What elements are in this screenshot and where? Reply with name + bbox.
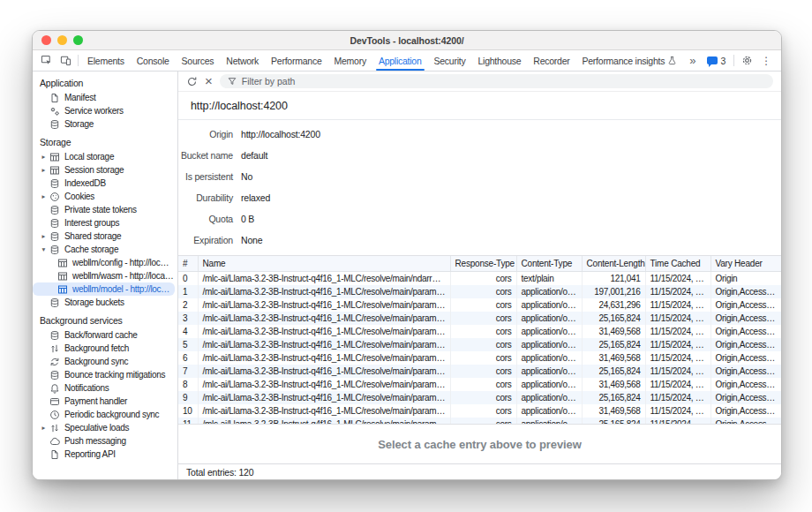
- sidebar-item-payment-handler[interactable]: Payment handler: [33, 395, 177, 408]
- cache-entry-row[interactable]: 5/mlc-ai/Llama-3.2-3B-Instruct-q4f16_1-M…: [178, 338, 781, 351]
- sidebar-item-interest-groups[interactable]: Interest groups: [33, 216, 177, 230]
- tab-console[interactable]: Console: [131, 50, 176, 71]
- cache-entry-row[interactable]: 7/mlc-ai/Llama-3.2-3B-Instruct-q4f16_1-M…: [178, 365, 781, 378]
- column-header-name[interactable]: Name: [198, 256, 450, 272]
- menu-button[interactable]: ⋮: [756, 53, 776, 69]
- sidebar-item-background-sync[interactable]: Background sync: [33, 355, 177, 368]
- chevron-down-icon[interactable]: ▾: [40, 245, 48, 253]
- metadata-label: Durability: [178, 192, 233, 203]
- cell-: 8: [178, 378, 198, 391]
- metadata-label: Origin: [178, 129, 233, 139]
- tab-network[interactable]: Network: [220, 50, 265, 71]
- column-header-response-type[interactable]: Response-Type: [450, 256, 516, 272]
- zoom-window-button[interactable]: [73, 35, 83, 45]
- delete-selected-button[interactable]: ×: [205, 77, 213, 86]
- console-message-count: 3: [720, 56, 726, 66]
- cache-entry-row[interactable]: 3/mlc-ai/Llama-3.2-3B-Instruct-q4f16_1-M…: [178, 312, 781, 325]
- tab-security[interactable]: Security: [428, 50, 472, 71]
- sidebar-item-bounce-tracking-mitigations[interactable]: Bounce tracking mitigations: [33, 368, 177, 381]
- tab-lighthouse[interactable]: Lighthouse: [471, 50, 527, 71]
- metadata-value: No: [241, 171, 252, 182]
- console-message-icon: [707, 56, 718, 64]
- minimize-window-button[interactable]: [57, 35, 67, 45]
- sidebar-item-speculative-loads[interactable]: ▸Speculative loads: [33, 421, 177, 434]
- sidebar-item-shared-storage[interactable]: ▸Shared storage: [33, 230, 177, 243]
- sidebar-item-webllm-model[interactable]: webllm/model - http://loc…: [33, 282, 175, 296]
- metadata-label: Bucket name: [178, 150, 233, 161]
- chevron-right-icon[interactable]: ▸: [40, 192, 48, 200]
- device-toolbar-button[interactable]: [56, 53, 75, 69]
- refresh-button[interactable]: [186, 76, 198, 87]
- cell-content-length: 25,165,824: [582, 365, 645, 378]
- column-header-content-type[interactable]: Content-Type: [516, 256, 582, 272]
- metadata-row-durability: Durabilityrelaxed: [178, 187, 781, 208]
- sidebar-item-notifications[interactable]: Notifications: [33, 381, 177, 395]
- tab-sources[interactable]: Sources: [176, 50, 221, 71]
- cloud-icon: [49, 436, 60, 447]
- chevron-right-icon[interactable]: ▸: [40, 232, 48, 240]
- sidebar-item-webllm-wasm[interactable]: webllm/wasm - http://loca…: [33, 269, 177, 282]
- filter-bar[interactable]: [220, 74, 773, 88]
- column-header-time-cached[interactable]: Time Cached: [645, 256, 710, 272]
- cache-entry-row[interactable]: 10/mlc-ai/Llama-3.2-3B-Instruct-q4f16_1-…: [178, 404, 781, 418]
- more-tabs-button[interactable]: »: [683, 54, 702, 67]
- sidebar-item-manifest[interactable]: Manifest: [33, 91, 177, 104]
- sidebar-item-cookies[interactable]: ▸Cookies: [33, 190, 177, 203]
- sidebar-item-back-forward-cache[interactable]: Back/forward cache: [33, 328, 177, 342]
- cell-time-cached: 11/15/2024, 10…: [645, 351, 710, 365]
- chevron-right-icon[interactable]: ▸: [40, 424, 48, 432]
- cell-time-cached: 11/15/2024, 10…: [645, 272, 710, 286]
- sidebar-item-webllm-config[interactable]: webllm/config - http://loc…: [33, 256, 177, 269]
- inspect-element-button[interactable]: [36, 53, 56, 69]
- tab-application[interactable]: Application: [372, 50, 428, 71]
- settings-button[interactable]: [737, 53, 756, 69]
- chevron-right-icon[interactable]: ▸: [40, 166, 48, 174]
- sidebar-item-cache-storage[interactable]: ▾Cache storage: [33, 243, 177, 256]
- cell-: 6: [178, 351, 198, 365]
- cache-entry-row[interactable]: 9/mlc-ai/Llama-3.2-3B-Instruct-q4f16_1-M…: [178, 391, 781, 404]
- metadata-row-is-persistent: Is persistentNo: [178, 166, 781, 187]
- column-header-content-length[interactable]: Content-Length: [582, 256, 645, 272]
- sidebar-item-reporting-api[interactable]: Reporting API: [33, 448, 177, 461]
- cache-toolbar: ×: [178, 72, 781, 92]
- path-filter-input[interactable]: [242, 76, 765, 87]
- cache-entry-row[interactable]: 11/mlc-ai/Llama-3.2-3B-Instruct-q4f16_1-…: [178, 418, 781, 425]
- sidebar-item-push-messaging[interactable]: Push messaging: [33, 434, 177, 448]
- total-entries-label: Total entries: 120: [186, 467, 253, 478]
- cell-content-type: application/oc…: [516, 285, 582, 298]
- sidebar-item-storage-buckets[interactable]: Storage buckets: [33, 296, 177, 309]
- cache-entry-row[interactable]: 2/mlc-ai/Llama-3.2-3B-Instruct-q4f16_1-M…: [178, 298, 781, 312]
- sidebar-item-background-fetch[interactable]: Background fetch: [33, 342, 177, 355]
- service-worker-icon: [49, 106, 60, 117]
- tab-label: Lighthouse: [477, 56, 521, 66]
- cache-entry-row[interactable]: 1/mlc-ai/Llama-3.2-3B-Instruct-q4f16_1-M…: [178, 285, 781, 298]
- metadata-value: default: [241, 150, 267, 161]
- column-header-vary-header[interactable]: Vary Header: [710, 256, 781, 272]
- sidebar-item-indexeddb[interactable]: IndexedDB: [33, 177, 177, 190]
- sidebar-item-label: Interest groups: [64, 218, 119, 228]
- sidebar-item-label: Push messaging: [64, 436, 126, 446]
- sidebar-item-periodic-background-sync[interactable]: Periodic background sync: [33, 408, 177, 421]
- cache-entry-row[interactable]: 0/mlc-ai/Llama-3.2-3B-Instruct-q4f16_1-M…: [178, 272, 781, 286]
- sidebar-item-session-storage[interactable]: ▸Session storage: [33, 163, 177, 177]
- sidebar-item-storage[interactable]: Storage: [33, 117, 177, 131]
- sidebar-item-private-state-tokens[interactable]: Private state tokens: [33, 203, 177, 216]
- tab-performance[interactable]: Performance: [265, 50, 327, 71]
- cache-entry-row[interactable]: 4/mlc-ai/Llama-3.2-3B-Instruct-q4f16_1-M…: [178, 325, 781, 338]
- metadata-value: http://localhost:4200: [241, 129, 320, 139]
- tab-recorder[interactable]: Recorder: [527, 50, 575, 71]
- cache-entry-row[interactable]: 6/mlc-ai/Llama-3.2-3B-Instruct-q4f16_1-M…: [178, 351, 781, 365]
- metadata-value: None: [241, 235, 262, 245]
- chevron-right-icon[interactable]: ▸: [40, 153, 48, 161]
- close-window-button[interactable]: [41, 35, 51, 45]
- cell-name: /mlc-ai/Llama-3.2-3B-Instruct-q4f16_1-ML…: [198, 272, 450, 286]
- sidebar-item-service-workers[interactable]: Service workers: [33, 104, 177, 117]
- tab-memory[interactable]: Memory: [327, 50, 372, 71]
- tab-performance-insights[interactable]: Performance insights: [576, 50, 684, 71]
- column-header-index[interactable]: #: [178, 256, 198, 272]
- cell-vary-header: Origin,Access…: [710, 285, 781, 298]
- tab-elements[interactable]: Elements: [81, 50, 131, 71]
- console-status-button[interactable]: 3: [702, 56, 731, 66]
- cache-entry-row[interactable]: 8/mlc-ai/Llama-3.2-3B-Instruct-q4f16_1-M…: [178, 378, 781, 391]
- sidebar-item-local-storage[interactable]: ▸Local storage: [33, 150, 177, 163]
